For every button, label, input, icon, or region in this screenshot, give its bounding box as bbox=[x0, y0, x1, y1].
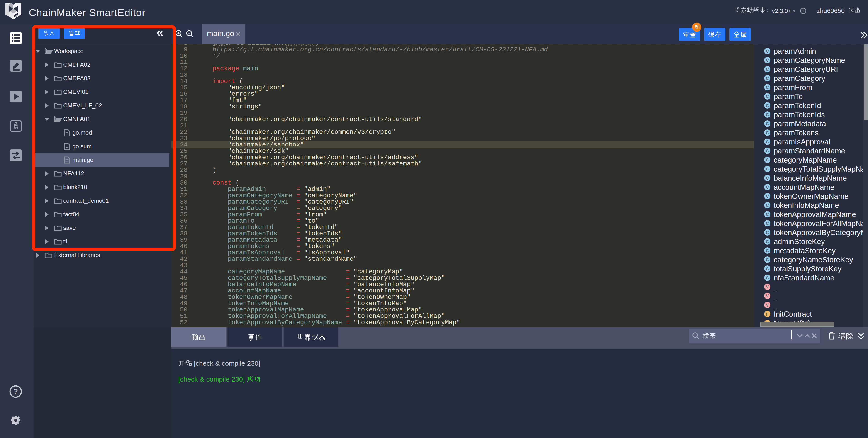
svg-text:?: ? bbox=[802, 9, 805, 13]
svg-text:?: ? bbox=[13, 387, 18, 396]
